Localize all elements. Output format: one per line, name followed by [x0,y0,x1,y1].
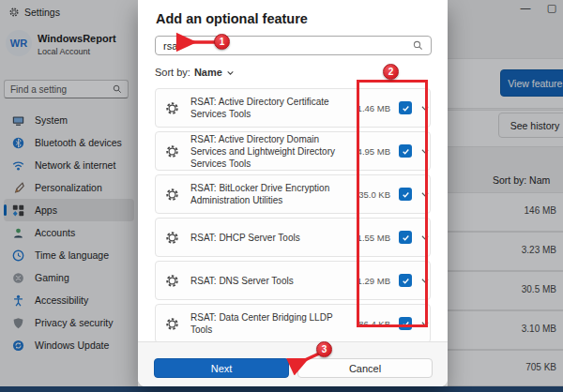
sidebar-item-label: Apps [35,204,57,216]
maximize-button[interactable]: ▢ [544,2,559,14]
sidebar-item-gaming[interactable]: Gaming [4,266,134,289]
feature-size: 146 MB [525,205,556,216]
optional-feature-icon [165,144,179,158]
badge-number: 3 [322,344,327,354]
sidebar-item-label: Windows Update [35,339,109,351]
apps-page-background: View features See history Sort by: Nam 1… [432,0,563,386]
sidebar-item-label: Gaming [35,272,69,283]
feature-name: RSAT: Active Directory Domain Services a… [190,133,342,170]
sidebar-item-privacy[interactable]: Privacy & security [4,311,134,334]
sidebar-nav: System Bluetooth & devices Network & int… [0,109,138,356]
sidebar-item-label: Time & language [35,249,109,261]
view-features-button[interactable]: View features [500,69,563,97]
time-language-icon [12,249,24,262]
sidebar-item-accessibility[interactable]: Accessibility [4,289,134,311]
find-setting-input[interactable]: Find a setting [4,80,129,98]
sidebar-item-label: Privacy & security [35,317,113,328]
sort-by-value: Name [194,67,222,78]
sort-by-dropdown[interactable]: Sort by: Name [155,67,235,78]
sidebar-item-label: Personalization [35,182,102,193]
annotation-rectangle-2 [357,80,428,327]
search-icon [113,84,122,94]
sidebar-item-label: Network & internet [35,159,115,171]
badge-number: 2 [388,67,394,77]
badge-number: 1 [220,37,225,47]
sidebar-item-system[interactable]: System [4,109,134,131]
sidebar-item-label: System [35,114,68,126]
see-history-button[interactable]: See history [498,113,563,138]
apps-icon [12,204,24,217]
avatar[interactable]: WR [6,30,32,56]
settings-gear-icon [9,8,19,17]
sidebar-item-label: Bluetooth & devices [35,137,122,148]
feature-name: RSAT: DHCP Server Tools [190,232,342,244]
sort-by-label: Sort by: [155,67,190,78]
feature-name: RSAT: DNS Server Tools [190,275,342,287]
sidebar-item-label: Accessibility [35,294,88,306]
system-icon [12,114,24,127]
account-type: Local Account [38,47,90,56]
optional-feature-icon [165,274,179,288]
settings-sidebar: Settings WR WindowsReport Local Account … [0,0,138,386]
feature-size: 3.10 MB [522,324,556,334]
window-title: Settings [24,7,60,18]
account-name: WindowsReport [38,33,116,44]
sidebar-item-apps[interactable]: Apps [4,199,134,221]
feature-row-bg: 3.10 MB [432,310,563,350]
sidebar-item-accounts[interactable]: Accounts [4,221,134,244]
annotation-badge-1: 1 [214,34,230,50]
privacy-shield-icon [12,317,24,329]
bluetooth-icon [12,137,24,149]
windows-update-icon [12,339,24,352]
feature-row-bg: 3.23 MB [432,232,563,271]
optional-feature-icon [165,188,179,202]
search-icon [413,40,423,51]
optional-feature-icon [165,101,179,115]
gaming-icon [12,272,24,284]
next-button[interactable]: Next [154,358,289,378]
feature-size: 3.23 MB [522,245,556,255]
find-setting-placeholder: Find a setting [10,84,113,95]
annotation-badge-3: 3 [316,341,332,357]
personalization-icon [12,182,24,194]
feature-size: 705 KB [525,362,556,372]
feature-name: RSAT: Data Center Bridging LLDP Tools [190,311,342,336]
accounts-icon [12,227,24,239]
optional-feature-icon [165,317,179,331]
minimize-button[interactable]: — [518,2,533,14]
sidebar-item-personalization[interactable]: Personalization [4,176,134,199]
sidebar-item-network[interactable]: Network & internet [4,154,134,176]
annotation-badge-2: 2 [383,64,399,80]
background-sort-by[interactable]: Sort by: Nam [493,174,550,186]
sidebar-item-windows-update[interactable]: Windows Update [4,334,134,356]
accessibility-icon [12,294,24,307]
sidebar-item-label: Accounts [35,227,75,238]
network-icon [12,159,24,172]
feature-size: 30.5 MB [522,284,556,294]
optional-feature-icon [165,231,179,245]
feature-row-bg: 705 KB [432,350,563,386]
dialog-title: Add an optional feature [156,11,308,26]
sidebar-item-bluetooth[interactable]: Bluetooth & devices [4,131,134,154]
annotation-arrow-1 [172,34,219,51]
settings-window: View features See history Sort by: Nam 1… [0,0,563,392]
feature-row-bg: 30.5 MB [432,271,563,310]
window-bottom-edge [0,386,563,392]
sidebar-item-time-language[interactable]: Time & language [4,244,134,266]
chevron-down-icon [226,68,235,77]
avatar-initials: WR [10,38,27,49]
feature-row-bg: 146 MB [432,192,563,232]
feature-name: RSAT: BitLocker Drive Encryption Adminis… [190,182,342,206]
feature-name: RSAT: Active Directory Certificate Servi… [190,96,342,120]
